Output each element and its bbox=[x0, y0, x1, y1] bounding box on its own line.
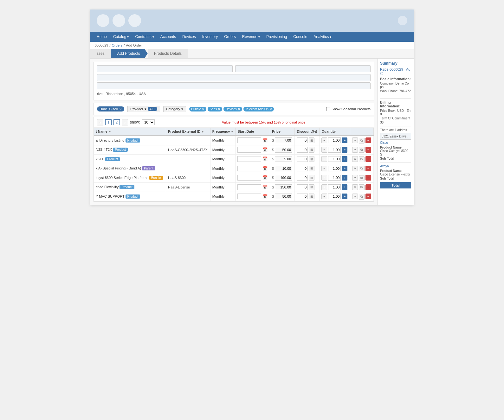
delete-btn[interactable]: − bbox=[365, 166, 371, 171]
tag-saas-x[interactable]: ✕ bbox=[218, 107, 220, 111]
nav-devices[interactable]: Devices bbox=[179, 32, 199, 42]
nav-accounts[interactable]: Accounts bbox=[157, 32, 179, 42]
qty-plus-btn[interactable]: + bbox=[342, 175, 347, 181]
copy-btn[interactable]: ⧉ bbox=[359, 166, 365, 171]
step-1[interactable]: sses bbox=[90, 49, 111, 58]
prev-page-btn[interactable]: ‹ bbox=[97, 119, 103, 125]
qty-minus-btn[interactable]: − bbox=[321, 194, 327, 199]
edit-btn[interactable]: ✏ bbox=[352, 194, 358, 199]
provider-filter[interactable]: Provider ▾ ALL bbox=[127, 106, 160, 112]
qty-minus-btn[interactable]: − bbox=[321, 166, 327, 171]
tag-devices-x[interactable]: ✕ bbox=[238, 107, 240, 111]
row-date-input[interactable] bbox=[237, 175, 261, 181]
row-price-input[interactable] bbox=[275, 175, 292, 181]
qty-minus-btn[interactable]: − bbox=[321, 175, 327, 181]
qty-plus-btn[interactable]: + bbox=[342, 156, 347, 162]
delete-btn[interactable]: − bbox=[365, 184, 371, 190]
row-qty-input[interactable] bbox=[328, 137, 341, 143]
tag-devices[interactable]: Devices ✕ bbox=[223, 107, 242, 111]
edit-btn[interactable]: ✏ bbox=[352, 147, 358, 153]
row-qty-input[interactable] bbox=[328, 147, 341, 153]
nav-console[interactable]: Console bbox=[290, 32, 310, 42]
row-price-input[interactable] bbox=[275, 184, 292, 190]
row-qty-input[interactable] bbox=[328, 175, 341, 181]
step-3[interactable]: Products Details bbox=[148, 49, 188, 58]
row-discount-input[interactable] bbox=[297, 194, 308, 199]
row-date-input[interactable] bbox=[237, 137, 261, 143]
row-price-input[interactable] bbox=[275, 147, 292, 153]
col-name-filter[interactable]: ▾ bbox=[109, 130, 111, 133]
calendar-icon[interactable]: 📅 bbox=[262, 156, 268, 161]
qty-plus-btn[interactable]: + bbox=[342, 166, 347, 171]
delete-btn[interactable]: − bbox=[365, 194, 371, 199]
nav-analytics[interactable]: Analytics ▾ bbox=[310, 32, 334, 42]
calendar-icon[interactable]: 📅 bbox=[262, 185, 268, 189]
copy-btn[interactable]: ⧉ bbox=[359, 175, 365, 181]
col-freq-filter[interactable]: ▾ bbox=[231, 130, 233, 133]
nav-home[interactable]: Home bbox=[94, 32, 110, 42]
seasonal-checkbox[interactable]: Show Seasonal Products bbox=[326, 107, 371, 111]
calendar-icon[interactable]: 📅 bbox=[262, 166, 268, 171]
row-qty-input[interactable] bbox=[328, 166, 341, 171]
nav-catalog[interactable]: Catalog ▾ bbox=[110, 32, 132, 42]
copy-btn[interactable]: ⧉ bbox=[359, 147, 365, 153]
nav-provisioning[interactable]: Provisioning bbox=[263, 32, 290, 42]
next-page-btn[interactable]: › bbox=[122, 119, 128, 125]
row-discount-input[interactable] bbox=[297, 166, 308, 171]
discount-icon-btn[interactable]: ⊞ bbox=[309, 147, 314, 153]
step-2[interactable]: Add Products bbox=[111, 49, 148, 58]
nav-contracts[interactable]: Contracts ▾ bbox=[132, 32, 157, 42]
row-discount-input[interactable] bbox=[297, 147, 308, 153]
row-date-input[interactable] bbox=[237, 147, 261, 153]
discount-icon-btn[interactable]: ⊞ bbox=[309, 184, 314, 190]
haas-cisco-tag[interactable]: HaaS Cisco ✕ bbox=[97, 106, 124, 111]
copy-btn[interactable]: ⧉ bbox=[359, 138, 365, 143]
tag-bundle-x[interactable]: ✕ bbox=[202, 107, 204, 111]
discount-icon-btn[interactable]: ⊞ bbox=[309, 156, 314, 162]
nav-inventory[interactable]: Inventory bbox=[199, 32, 221, 42]
row-discount-input[interactable] bbox=[297, 156, 308, 162]
copy-btn[interactable]: ⧉ bbox=[359, 156, 365, 162]
row-discount-input[interactable] bbox=[297, 137, 308, 143]
row-price-input[interactable] bbox=[275, 156, 292, 162]
discount-icon-btn[interactable]: ⊞ bbox=[309, 194, 314, 199]
qty-plus-btn[interactable]: + bbox=[342, 147, 347, 153]
row-qty-input[interactable] bbox=[328, 156, 341, 162]
discount-icon-btn[interactable]: ⊞ bbox=[309, 175, 314, 181]
delete-btn[interactable]: − bbox=[365, 147, 371, 153]
row-price-input[interactable] bbox=[275, 137, 292, 143]
tag-bundle[interactable]: Bundle ✕ bbox=[189, 107, 206, 111]
page-2[interactable]: 2 bbox=[113, 119, 120, 125]
delete-btn[interactable]: − bbox=[365, 175, 371, 181]
qty-minus-btn[interactable]: − bbox=[321, 147, 327, 153]
tag-telecom[interactable]: Telecom Add On ✕ bbox=[243, 107, 274, 111]
row-qty-input[interactable] bbox=[328, 184, 341, 190]
edit-btn[interactable]: ✏ bbox=[352, 175, 358, 181]
delete-btn[interactable]: − bbox=[365, 137, 371, 143]
qty-plus-btn[interactable]: + bbox=[342, 137, 347, 143]
breadcrumb-orders[interactable]: Orders bbox=[112, 43, 123, 47]
qty-minus-btn[interactable]: − bbox=[321, 156, 327, 162]
delete-btn[interactable]: − bbox=[365, 156, 371, 162]
qty-plus-btn[interactable]: + bbox=[342, 194, 347, 199]
row-discount-input[interactable] bbox=[297, 175, 308, 181]
row-qty-input[interactable] bbox=[328, 194, 341, 199]
summary-order-ref[interactable]: R269-0000029 - Accc bbox=[380, 67, 411, 75]
row-date-input[interactable] bbox=[237, 156, 261, 162]
copy-btn[interactable]: ⧉ bbox=[359, 194, 365, 200]
haas-cisco-remove[interactable]: ✕ bbox=[119, 107, 122, 111]
discount-icon-btn[interactable]: ⊞ bbox=[309, 166, 314, 171]
page-1[interactable]: 1 bbox=[105, 119, 112, 125]
qty-minus-btn[interactable]: − bbox=[321, 184, 327, 190]
calendar-icon[interactable]: 📅 bbox=[262, 194, 268, 199]
edit-btn[interactable]: ✏ bbox=[352, 156, 358, 162]
show-select[interactable]: 10 25 50 bbox=[142, 119, 155, 125]
nav-orders[interactable]: Orders bbox=[221, 32, 239, 42]
row-date-input[interactable] bbox=[237, 184, 261, 190]
row-discount-input[interactable] bbox=[297, 184, 308, 190]
discount-icon-btn[interactable]: ⊞ bbox=[309, 137, 314, 143]
row-date-input[interactable] bbox=[237, 166, 261, 171]
calendar-icon[interactable]: 📅 bbox=[262, 147, 268, 152]
edit-btn[interactable]: ✏ bbox=[352, 184, 358, 190]
row-price-input[interactable] bbox=[275, 194, 292, 199]
